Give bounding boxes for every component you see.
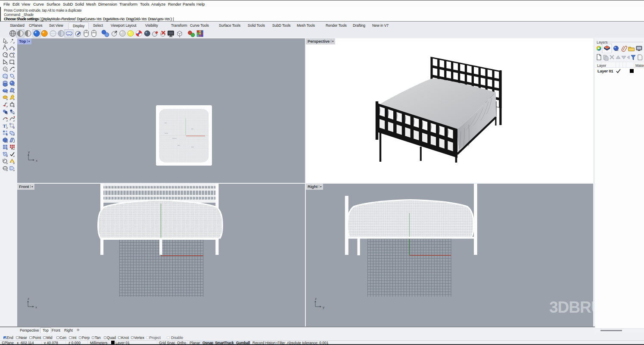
- svg-text:3DBRU: 3DBRU: [549, 298, 593, 316]
- svg-text:T: T: [3, 123, 6, 129]
- svg-text:z: z: [28, 297, 29, 301]
- svg-text:y: y: [323, 305, 324, 309]
- svg-text:x: x: [36, 159, 37, 163]
- svg-text:z: z: [315, 297, 317, 301]
- svg-text:y: y: [28, 150, 30, 154]
- svg-text:x: x: [35, 305, 37, 309]
